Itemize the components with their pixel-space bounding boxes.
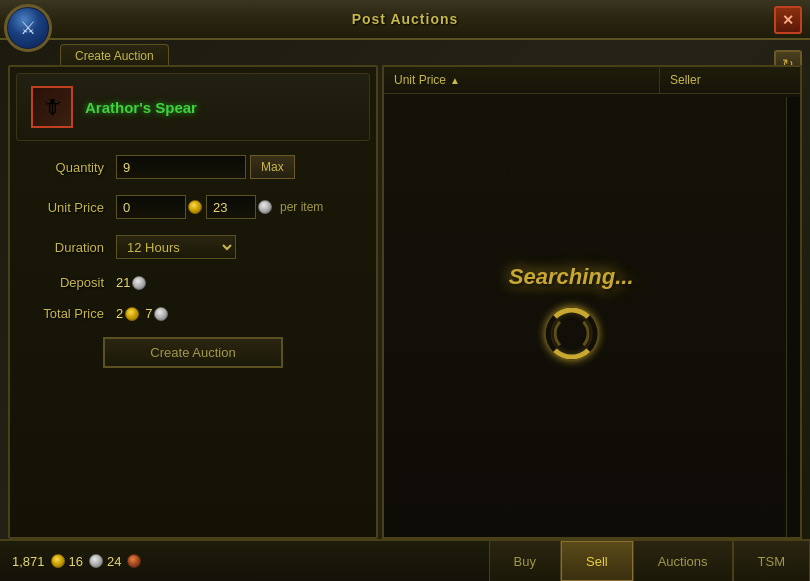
- window-title: Post Auctions: [352, 11, 459, 27]
- total-price-gold-value: 2: [116, 306, 123, 321]
- close-button[interactable]: ✕: [774, 6, 802, 34]
- per-item-label: per item: [280, 200, 323, 214]
- sort-arrow-icon: ▲: [450, 75, 460, 86]
- searching-container: Searching...: [509, 264, 634, 360]
- duration-label: Duration: [26, 240, 116, 255]
- item-name: Arathor's Spear: [85, 99, 197, 116]
- left-panel: 🗡 Arathor's Spear Quantity Max Unit Pric…: [8, 65, 378, 539]
- deposit-row: Deposit 21: [26, 275, 360, 290]
- spinner-ring: [545, 308, 597, 360]
- total-price-label: Total Price: [26, 306, 116, 321]
- unit-price-inputs: per item: [116, 195, 323, 219]
- tab-auctions[interactable]: Auctions: [633, 541, 733, 581]
- item-row: 🗡 Arathor's Spear: [16, 73, 370, 141]
- quantity-row: Quantity Max: [26, 155, 360, 179]
- currency-display: 1,871 16 24: [0, 554, 489, 569]
- price-silver-wrapper: [206, 195, 272, 219]
- total-price-row: Total Price 2 7: [26, 306, 360, 321]
- duration-select[interactable]: 12 Hours 24 Hours 48 Hours: [116, 235, 236, 259]
- unit-price-label: Unit Price: [26, 200, 116, 215]
- bottom-silver-icon: [89, 554, 103, 568]
- deposit-coin-icon: [132, 276, 146, 290]
- title-bar: Post Auctions ✕: [0, 0, 810, 40]
- avatar: [4, 4, 52, 52]
- table-header: Unit Price ▲ Seller: [384, 67, 800, 94]
- total-price-silver-value: 7: [145, 306, 152, 321]
- unit-price-field[interactable]: [116, 195, 186, 219]
- total-gold-coin-icon: [125, 307, 139, 321]
- deposit-label: Deposit: [26, 275, 116, 290]
- silver-amount: 16: [69, 554, 83, 569]
- tab-buy[interactable]: Buy: [489, 541, 561, 581]
- unit-price-silver-field[interactable]: [206, 195, 256, 219]
- gold-coin-icon: [188, 200, 202, 214]
- tab-tsm[interactable]: TSM: [733, 541, 810, 581]
- searching-text: Searching...: [509, 264, 634, 290]
- bottom-copper-icon: [127, 554, 141, 568]
- gold-amount: 1,871: [12, 554, 45, 569]
- col-unit-price: Unit Price ▲: [384, 67, 660, 93]
- quantity-label: Quantity: [26, 160, 116, 175]
- col-seller: Seller: [660, 67, 800, 93]
- item-icon: 🗡: [31, 86, 73, 128]
- tab-sell[interactable]: Sell: [561, 541, 633, 581]
- silver-coin-icon: [258, 200, 272, 214]
- price-gold-wrapper: [116, 195, 202, 219]
- bottom-tabs: Buy Sell Auctions TSM: [489, 541, 810, 581]
- unit-price-col-label: Unit Price: [394, 73, 446, 87]
- deposit-amount: 21: [116, 275, 130, 290]
- quantity-input[interactable]: [116, 155, 246, 179]
- duration-row: Duration 12 Hours 24 Hours 48 Hours: [26, 235, 360, 259]
- max-button[interactable]: Max: [250, 155, 295, 179]
- tab-area: Create Auction: [60, 44, 169, 67]
- create-auction-button[interactable]: Create Auction: [103, 337, 283, 368]
- bottom-bar: 1,871 16 24 Buy Sell Auctions TSM: [0, 539, 810, 581]
- right-panel: Unit Price ▲ Seller Searching...: [382, 65, 802, 539]
- tab-create-auction[interactable]: Create Auction: [60, 44, 169, 67]
- loading-spinner: [545, 308, 597, 360]
- total-silver-coin-icon: [154, 307, 168, 321]
- bottom-gold-icon: [51, 554, 65, 568]
- seller-col-label: Seller: [670, 73, 701, 87]
- avatar-image: [8, 8, 48, 48]
- copper-amount: 24: [107, 554, 121, 569]
- right-scrollbar[interactable]: [786, 97, 800, 537]
- unit-price-row: Unit Price per item: [26, 195, 360, 219]
- form-area: Quantity Max Unit Price per item Duratio…: [10, 147, 376, 376]
